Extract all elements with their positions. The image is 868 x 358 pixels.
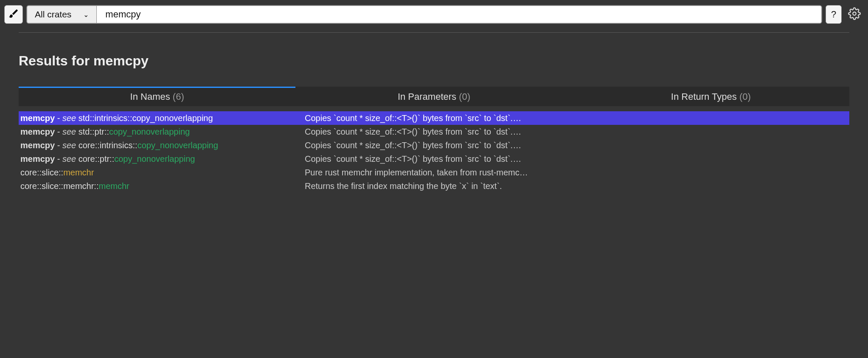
result-module-path: std::ptr::	[79, 127, 109, 136]
result-see: see	[62, 127, 79, 136]
gear-icon	[848, 7, 861, 22]
crate-select-label: All crates	[35, 9, 71, 20]
result-keyword: memcpy	[20, 154, 55, 163]
result-path: memcpy - see std::ptr::copy_nonoverlappi…	[20, 125, 288, 138]
result-path: core::slice::memchr::memchr	[20, 180, 288, 192]
result-module-path: core::ptr::	[79, 154, 114, 163]
result-description: Copies `count * size_of::<T>()` bytes fr…	[305, 152, 848, 165]
result-row[interactable]: core::slice::memchr::memchrReturns the f…	[19, 179, 849, 193]
result-target: copy_nonoverlapping	[114, 154, 195, 163]
result-keyword: memcpy	[20, 113, 55, 123]
search-input[interactable]	[97, 6, 821, 23]
tab-count: (6)	[170, 91, 184, 102]
svg-point-0	[853, 12, 856, 15]
result-see: see	[62, 154, 79, 163]
result-path: core::slice::memchr	[20, 166, 288, 179]
results-heading: Results for memcpy	[19, 53, 849, 69]
result-target: copy_nonoverlapping	[138, 141, 218, 150]
result-row[interactable]: memcpy - see core::ptr::copy_nonoverlapp…	[19, 152, 849, 166]
crate-select[interactable]: All crates ⌄	[27, 6, 97, 23]
result-module-path: core::slice::memchr::	[20, 181, 98, 191]
settings-button[interactable]	[845, 5, 864, 24]
brush-icon	[8, 8, 19, 21]
result-path: memcpy - see std::intrinsics::copy_nonov…	[20, 112, 288, 124]
result-target: memchr	[63, 168, 94, 177]
result-path: memcpy - see core::intrinsics::copy_nono…	[20, 139, 288, 152]
result-description: Copies `count * size_of::<T>()` bytes fr…	[305, 125, 848, 138]
result-module-path: core::slice::	[20, 168, 63, 177]
result-path: memcpy - see core::ptr::copy_nonoverlapp…	[20, 152, 288, 165]
result-row[interactable]: memcpy - see std::intrinsics::copy_nonov…	[19, 111, 849, 125]
tab-label: In Names	[130, 91, 170, 102]
help-button[interactable]: ?	[826, 5, 842, 24]
tab-count: (0)	[456, 91, 470, 102]
result-target: memchr	[98, 181, 129, 191]
tab-in-parameters[interactable]: In Parameters (0)	[295, 87, 572, 106]
result-description: Returns the first index matching the byt…	[305, 180, 848, 192]
help-label: ?	[831, 9, 836, 20]
tab-in-return-types[interactable]: In Return Types (0)	[573, 87, 849, 106]
result-description: Pure rust memchr implementation, taken f…	[305, 166, 848, 179]
result-target: copy_nonoverlapping	[132, 113, 213, 123]
result-module-path: core::intrinsics::	[79, 141, 138, 150]
tab-label: In Parameters	[398, 91, 456, 102]
logo-button[interactable]	[4, 5, 23, 24]
tab-in-names[interactable]: In Names (6)	[19, 87, 295, 106]
chevron-down-icon: ⌄	[83, 11, 89, 19]
result-target: copy_nonoverlapping	[109, 127, 190, 136]
result-description: Copies `count * size_of::<T>()` bytes fr…	[305, 112, 848, 124]
result-keyword: memcpy	[20, 141, 55, 150]
result-row[interactable]: core::slice::memchrPure rust memchr impl…	[19, 166, 849, 179]
result-module-path: std::intrinsics::	[79, 113, 132, 123]
result-see: see	[62, 141, 79, 150]
tab-label: In Return Types	[671, 91, 737, 102]
result-keyword: memcpy	[20, 127, 55, 136]
tab-count: (0)	[737, 91, 751, 102]
result-description: Copies `count * size_of::<T>()` bytes fr…	[305, 139, 848, 152]
result-see: see	[62, 113, 79, 123]
result-row[interactable]: memcpy - see core::intrinsics::copy_nono…	[19, 138, 849, 152]
result-row[interactable]: memcpy - see std::ptr::copy_nonoverlappi…	[19, 125, 849, 138]
